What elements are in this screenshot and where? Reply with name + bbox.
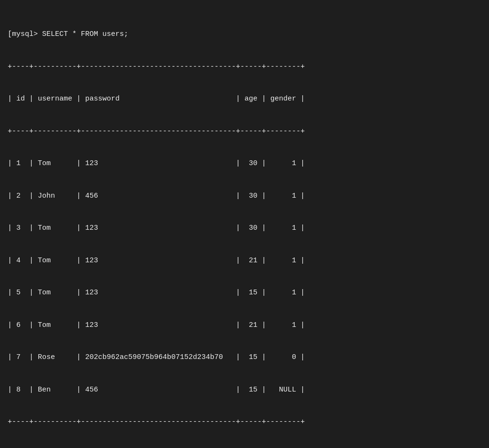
table1-row-6: | 6 | Tom | 123 | 21 | 1 | <box>8 320 481 331</box>
table1-row-8: | 8 | Ben | 456 | 15 | NULL | <box>8 385 481 396</box>
terminal-output: [mysql> SELECT * FROM users; +----+-----… <box>8 8 481 448</box>
table1-sep-bot: +----+----------+-----------------------… <box>8 417 481 428</box>
table1-sep-mid: +----+----------+-----------------------… <box>8 126 481 137</box>
block1-prompt: [mysql> SELECT * FROM users; <box>8 29 481 40</box>
table1-header: | id | username | password | age | gende… <box>8 94 481 105</box>
table1-sep-top: +----+----------+-----------------------… <box>8 62 481 73</box>
table1-row-1: | 1 | Tom | 123 | 30 | 1 | <box>8 158 481 169</box>
table1-row-3: | 3 | Tom | 123 | 30 | 1 | <box>8 223 481 234</box>
table1-row-5: | 5 | Tom | 123 | 15 | 1 | <box>8 288 481 299</box>
table1-row-4: | 4 | Tom | 123 | 21 | 1 | <box>8 256 481 267</box>
table1-row-2: | 2 | John | 456 | 30 | 1 | <box>8 191 481 202</box>
table1-row-7: | 7 | Rose | 202cb962ac59075b964b07152d2… <box>8 352 481 363</box>
